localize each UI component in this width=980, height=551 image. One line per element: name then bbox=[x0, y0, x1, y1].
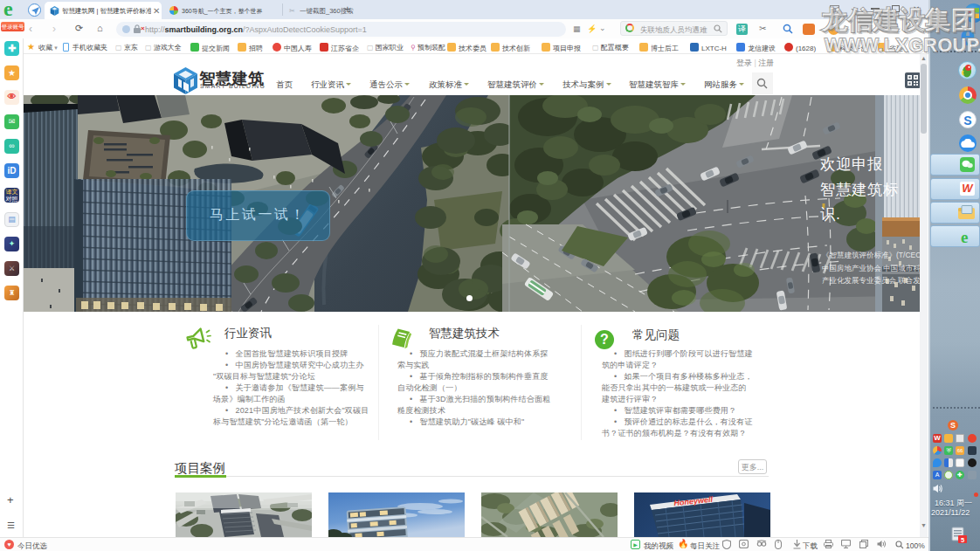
svg-text:5: 5 bbox=[961, 536, 964, 544]
svg-text:WWW.LXGROUP.CN: WWW.LXGROUP.CN bbox=[826, 37, 980, 58]
svg-text:龙信建设集团: 龙信建设集团 bbox=[823, 7, 978, 36]
